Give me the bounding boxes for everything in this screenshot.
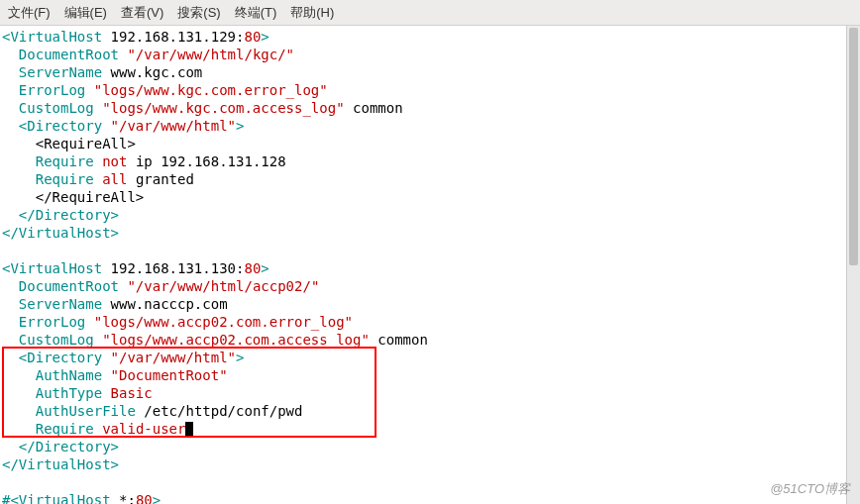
code-line: Require valid-user	[0, 420, 860, 438]
cursor	[185, 422, 193, 437]
menu-edit[interactable]: 编辑(E)	[64, 4, 107, 22]
code-line: ServerName www.kgc.com	[0, 63, 860, 81]
editor-area[interactable]: <VirtualHost 192.168.131.129:80> Documen…	[0, 26, 860, 504]
code-line: DocumentRoot "/var/www/html/kgc/"	[0, 46, 860, 63]
code-line	[0, 473, 860, 491]
code-line: DocumentRoot "/var/www/html/accp02/"	[0, 277, 860, 295]
menu-search[interactable]: 搜索(S)	[177, 4, 220, 22]
code-line: AuthType Basic	[0, 384, 860, 402]
menu-help[interactable]: 帮助(H)	[290, 4, 334, 22]
code-line: CustomLog "logs/www.accp02.com.access_lo…	[0, 331, 860, 349]
code-line: ServerName www.nacccp.com	[0, 295, 860, 313]
code-line: </VirtualHost>	[0, 455, 860, 473]
code-line: <VirtualHost 192.168.131.130:80>	[0, 259, 860, 277]
code-line: </Directory>	[0, 438, 860, 455]
vertical-scrollbar[interactable]	[846, 26, 860, 504]
code-line: Require all granted	[0, 170, 860, 188]
code-line: AuthUserFile /etc/httpd/conf/pwd	[0, 402, 860, 420]
code-line: AuthName "DocumentRoot"	[0, 366, 860, 384]
code-line: </Directory>	[0, 206, 860, 224]
code-line: <Directory "/var/www/html">	[0, 117, 860, 135]
code-line: <Directory "/var/www/html">	[0, 349, 860, 366]
code-line: CustomLog "logs/www.kgc.com.access_log" …	[0, 99, 860, 117]
code-line: <RequireAll>	[0, 135, 860, 152]
menubar: 文件(F) 编辑(E) 查看(V) 搜索(S) 终端(T) 帮助(H)	[0, 0, 860, 26]
watermark: @51CTO博客	[770, 480, 850, 498]
code-line	[0, 242, 860, 259]
code-line: ErrorLog "logs/www.accp02.com.error_log"	[0, 313, 860, 331]
menu-file[interactable]: 文件(F)	[8, 4, 51, 22]
scroll-thumb[interactable]	[849, 28, 858, 265]
code-line: </VirtualHost>	[0, 224, 860, 242]
code-line: </RequireAll>	[0, 188, 860, 206]
code-line: Require not ip 192.168.131.128	[0, 152, 860, 170]
code-line: ErrorLog "logs/www.kgc.com.error_log"	[0, 81, 860, 99]
menu-terminal[interactable]: 终端(T)	[235, 4, 277, 22]
code-line: #<VirtualHost *:80>	[0, 491, 860, 504]
menu-view[interactable]: 查看(V)	[121, 4, 163, 22]
code-line: <VirtualHost 192.168.131.129:80>	[0, 28, 860, 46]
